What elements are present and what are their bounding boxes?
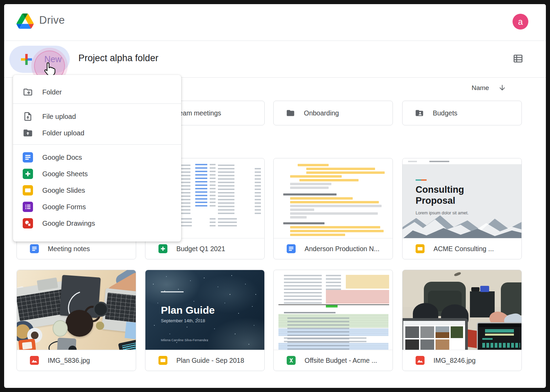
image-file-icon — [30, 356, 39, 365]
app-name: Drive — [39, 14, 65, 26]
file-card-acme-consulting[interactable]: Consulting Proposal Lorem ipsum dolor si… — [402, 158, 522, 259]
menu-item-google-slides[interactable]: Google Slides — [13, 182, 181, 199]
menu-item-label: Google Forms — [42, 203, 86, 211]
google-slides-icon — [23, 185, 33, 195]
folder-upload-icon — [23, 128, 33, 138]
menu-item-google-sheets[interactable]: Google Sheets — [13, 166, 181, 182]
file-name: Meeting notes — [48, 245, 90, 253]
menu-item-label: Google Sheets — [42, 170, 88, 178]
account-avatar[interactable]: a — [513, 14, 528, 30]
file-card-img-5836[interactable]: IMG_5836.jpg — [16, 270, 136, 371]
file-name: IMG_5836.jpg — [48, 357, 90, 365]
google-docs-icon — [30, 244, 39, 253]
sort-label: Name — [472, 84, 489, 92]
document-thumbnail — [274, 158, 393, 239]
file-card-img-8246[interactable]: IMG_8246.jpg — [402, 270, 522, 371]
folder-card-budgets[interactable]: Budgets — [402, 101, 522, 125]
slide-date: September 14th, 2018 — [161, 318, 205, 323]
file-name: ACME Consulting ... — [433, 245, 494, 253]
file-name: Plan Guide - Sep 2018 — [176, 357, 244, 365]
menu-item-label: Google Drawings — [42, 220, 95, 227]
stars-graphic — [145, 270, 146, 271]
google-drive-logo-icon — [16, 13, 34, 29]
file-name: IMG_8246.jpg — [433, 357, 476, 365]
excel-file-icon — [287, 356, 296, 365]
list-view-toggle-icon[interactable] — [514, 55, 522, 63]
slide-title: Consulting Proposal — [416, 184, 474, 206]
spreadsheet-thumbnail-colored — [274, 270, 393, 350]
folder-card-onboarding[interactable]: Onboarding — [273, 101, 393, 125]
shared-folder-icon — [415, 109, 424, 117]
new-button-label: New — [44, 54, 62, 64]
menu-item-folder[interactable]: Folder — [13, 84, 181, 100]
toolbar: New Project alpha folder — [4, 41, 546, 78]
file-card-plan-guide[interactable]: Plan Guide September 14th, 2018 Milena C… — [145, 270, 265, 371]
slide-thumbnail-dark: Plan Guide September 14th, 2018 Milena C… — [145, 270, 264, 350]
google-forms-icon — [23, 202, 33, 212]
file-name: Budget Q1 2021 — [176, 245, 225, 253]
new-dropdown-menu: Folder File upload Folder upload Google … — [13, 75, 181, 242]
slide-thumbnail: Consulting Proposal Lorem ipsum dolor si… — [403, 158, 521, 239]
menu-item-file-upload[interactable]: File upload — [13, 108, 181, 125]
google-docs-icon — [287, 244, 296, 253]
menu-item-label: Google Slides — [42, 187, 85, 194]
google-slides-icon — [158, 356, 167, 365]
file-name: Offsite Budget - Acme ... — [305, 357, 377, 365]
drive-window: Drive a New Project alpha folder — [4, 4, 546, 388]
folder-name: Onboarding — [304, 109, 339, 117]
slide-author: Milena Caroline Silva-Fernandez — [161, 338, 208, 342]
new-folder-icon — [23, 87, 33, 97]
menu-item-google-docs[interactable]: Google Docs — [13, 149, 181, 166]
menu-item-google-drawings[interactable]: Google Drawings — [13, 215, 181, 232]
sort-direction-down-icon — [498, 84, 506, 92]
avatar-letter: a — [518, 17, 523, 27]
file-card-offsite-budget[interactable]: Offsite Budget - Acme ... — [273, 270, 393, 371]
mountains-graphic — [403, 212, 521, 239]
google-drawings-icon — [23, 218, 33, 228]
menu-item-label: Folder upload — [42, 129, 84, 137]
menu-item-folder-upload[interactable]: Folder upload — [13, 125, 181, 141]
google-docs-icon — [23, 152, 33, 163]
folder-name: Team meetings — [176, 109, 221, 117]
menu-divider — [13, 144, 181, 145]
menu-item-label: File upload — [42, 113, 76, 121]
plus-icon — [19, 52, 34, 67]
app-header: Drive a — [4, 4, 546, 41]
google-sheets-icon — [23, 169, 33, 179]
file-card-anderson-production[interactable]: Anderson Production N... — [273, 158, 393, 259]
menu-item-label: Google Docs — [42, 154, 82, 161]
folder-icon — [286, 109, 295, 117]
slide-accent-line — [161, 291, 184, 292]
folder-name: Budgets — [433, 109, 458, 117]
file-name: Anderson Production N... — [305, 245, 380, 253]
slide-title: Plan Guide — [161, 304, 215, 316]
page-title: Project alpha folder — [78, 53, 158, 64]
slide-accent-dash — [416, 179, 427, 181]
new-button[interactable]: New — [9, 46, 70, 73]
photo-thumbnail-desk — [17, 270, 136, 350]
image-file-icon — [416, 356, 425, 365]
google-sheets-icon — [158, 244, 167, 253]
google-slides-icon — [416, 244, 425, 253]
sort-by-name[interactable]: Name — [472, 84, 506, 92]
photo-thumbnail-office — [403, 270, 521, 350]
menu-item-label: Folder — [42, 88, 62, 96]
menu-item-google-forms[interactable]: Google Forms — [13, 199, 181, 215]
file-upload-icon — [23, 111, 33, 122]
menu-divider — [13, 103, 181, 104]
